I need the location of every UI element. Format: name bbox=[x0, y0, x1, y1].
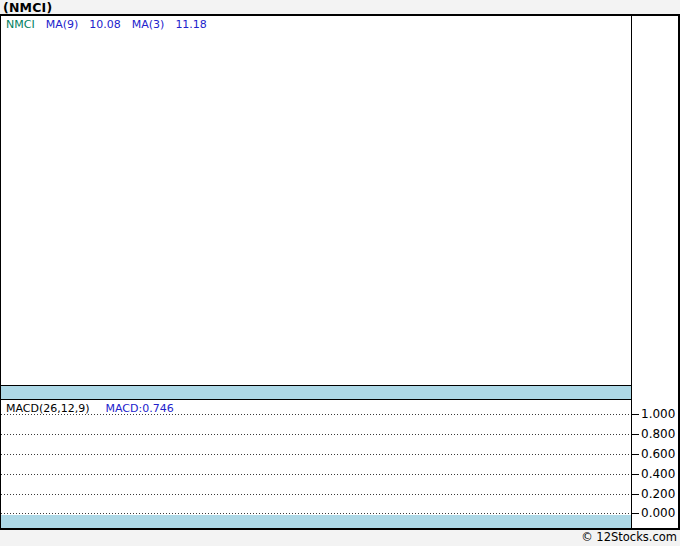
axis-tick-label: 0.600 bbox=[641, 447, 675, 461]
ticker-symbol-label: NMCI bbox=[6, 18, 35, 31]
macd-gridline-0400 bbox=[1, 474, 631, 475]
macd-legend: MACD(26,12,9)MACD:0.746 bbox=[6, 402, 174, 415]
axis-tick-mark bbox=[632, 414, 639, 415]
axis-tick-label: 0.000 bbox=[641, 506, 675, 520]
page-title: (NMCI) bbox=[3, 0, 52, 15]
watermark-credit: © 12Stocks.com bbox=[0, 530, 677, 546]
axis-tick-mark bbox=[632, 513, 639, 514]
axis-tick-label: 0.800 bbox=[641, 427, 675, 441]
axis-tick-mark bbox=[632, 434, 639, 435]
ma3-value: 11.18 bbox=[175, 18, 207, 31]
chart-frame: NMCIMA(9)10.08MA(3)11.18 MACD(26,12,9)MA… bbox=[0, 14, 680, 530]
lower-highlight-band bbox=[1, 515, 631, 528]
upper-highlight-band bbox=[1, 386, 631, 399]
ma9-value: 10.08 bbox=[89, 18, 121, 31]
macd-params-label: MACD(26,12,9) bbox=[6, 402, 90, 415]
right-axis-strip: 1.000 0.800 0.600 0.400 0.200 0.000 bbox=[632, 16, 678, 528]
macd-gridline-0800 bbox=[1, 434, 631, 435]
price-pane: NMCIMA(9)10.08MA(3)11.18 bbox=[1, 16, 631, 385]
macd-gridline-0600 bbox=[1, 454, 631, 455]
ma9-label: MA(9) bbox=[46, 18, 79, 31]
axis-tick-label: 0.200 bbox=[641, 487, 675, 501]
axis-tick-label: 0.400 bbox=[641, 467, 675, 481]
axis-tick-mark bbox=[632, 474, 639, 475]
axis-tick-label: 1.000 bbox=[641, 407, 675, 421]
price-legend: NMCIMA(9)10.08MA(3)11.18 bbox=[6, 18, 218, 31]
axis-tick-mark bbox=[632, 454, 639, 455]
macd-gridline-0200 bbox=[1, 494, 631, 495]
macd-value-label: MACD:0.746 bbox=[106, 402, 174, 415]
macd-pane: MACD(26,12,9)MACD:0.746 bbox=[1, 400, 631, 528]
macd-gridline-0000 bbox=[1, 513, 631, 514]
ma3-label: MA(3) bbox=[132, 18, 165, 31]
axis-divider-line bbox=[631, 16, 632, 528]
axis-tick-mark bbox=[632, 494, 639, 495]
